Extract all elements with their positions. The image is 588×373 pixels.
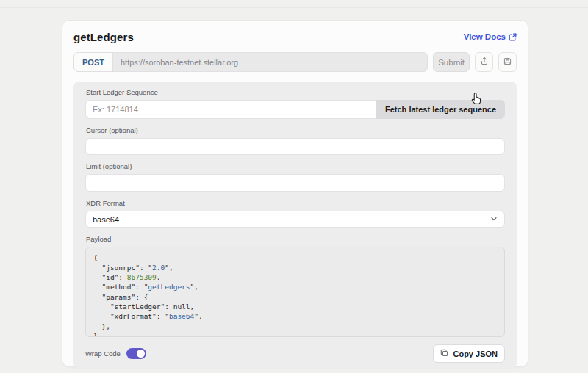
request-url-group: POST https://soroban-testnet.stellar.org [74,52,428,72]
xdr-format-value: base64 [93,215,119,224]
xdr-format-label: XDR Format [86,199,505,208]
limit-label: Limit (optional) [86,162,505,171]
page-title: getLedgers [74,31,134,43]
request-url: https://soroban-testnet.stellar.org [113,53,245,71]
cursor-label: Cursor (optional) [86,126,505,135]
fetch-latest-ledger-button[interactable]: Fetch latest ledger sequence [376,100,505,119]
start-ledger-row: Fetch latest ledger sequence [85,100,505,119]
external-link-icon [509,33,517,41]
page-divider [0,7,588,8]
wrap-code-toggle[interactable] [126,348,146,359]
start-ledger-input[interactable] [85,100,376,119]
method-badge: POST [74,53,113,71]
payload-code[interactable]: { "jsonrpc": "2.0", "id": 8675309, "meth… [85,247,505,337]
view-docs-label: View Docs [464,32,506,41]
cursor-input[interactable] [85,138,505,155]
request-bar: POST https://soroban-testnet.stellar.org… [74,52,517,72]
submit-button[interactable]: Submit [433,52,470,72]
copy-json-button[interactable]: Copy JSON [433,344,505,363]
xdr-format-select[interactable]: base64 [85,211,505,228]
view-docs-link[interactable]: View Docs [464,32,517,41]
wrap-code-group: Wrap Code [85,348,146,359]
limit-input[interactable] [85,174,505,191]
copy-json-label: Copy JSON [453,350,498,358]
start-ledger-label: Start Ledger Sequence [86,88,505,97]
wrap-code-label: Wrap Code [85,350,121,358]
card-header: getLedgers View Docs [74,29,517,44]
params-panel: Start Ledger Sequence Fetch latest ledge… [74,82,517,369]
share-icon [479,56,490,68]
share-button[interactable] [475,52,493,72]
toggle-knob [137,350,145,358]
payload-label: Payload [86,235,505,244]
panel-footer: Wrap Code Copy JSON [85,344,505,363]
copy-icon [440,349,448,358]
save-icon [503,57,512,68]
chevron-down-icon [490,215,498,224]
save-button[interactable] [498,52,517,72]
endpoint-card: getLedgers View Docs POST https://soroba… [62,20,528,367]
